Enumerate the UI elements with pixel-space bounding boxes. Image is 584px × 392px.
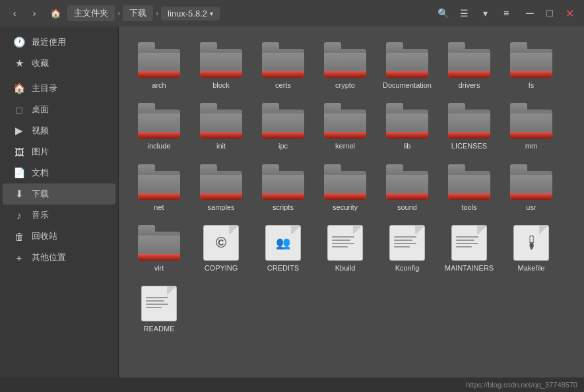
file-item[interactable]: usr xyxy=(502,159,561,217)
sidebar-label-home: 主目录 xyxy=(32,82,57,94)
breadcrumb-current[interactable]: linux-5.8.2 ▾ xyxy=(161,7,220,20)
maximize-button[interactable]: □ xyxy=(540,4,559,22)
file-item[interactable]: arch xyxy=(129,37,189,95)
sidebar-label-videos: 视频 xyxy=(32,125,49,137)
sidebar-label-trash: 回收站 xyxy=(32,230,57,242)
file-item[interactable]: certs xyxy=(253,37,313,95)
sidebar-item-documents[interactable]: 📄 文档 xyxy=(3,162,115,183)
file-item[interactable]: README xyxy=(129,280,189,339)
file-item[interactable]: 👥 CREDITS xyxy=(253,220,313,278)
file-name: sound xyxy=(397,203,417,212)
sidebar-label-recent: 最近使用 xyxy=(32,36,66,48)
file-item[interactable]: net xyxy=(129,159,189,217)
folder-icon xyxy=(262,42,304,78)
sidebar-item-pictures[interactable]: 🖼 图片 xyxy=(3,141,115,162)
breadcrumb-downloads[interactable]: 下载 xyxy=(123,5,153,21)
file-item[interactable]: virt xyxy=(129,220,189,278)
file-name: Documentation xyxy=(383,81,432,90)
file-item[interactable]: block xyxy=(191,37,251,95)
file-item[interactable]: scripts xyxy=(253,159,313,217)
file-item[interactable]: Kconfig xyxy=(377,220,437,278)
file-name: certs xyxy=(275,81,291,90)
file-item[interactable]: init xyxy=(191,98,251,156)
file-name: CREDITS xyxy=(267,263,299,273)
file-name: lib xyxy=(403,141,410,150)
desktop-icon: □ xyxy=(13,104,25,115)
home-button[interactable]: 🏠 xyxy=(46,4,65,22)
file-name: arch xyxy=(152,81,166,90)
folder-icon xyxy=(138,103,180,139)
document-icon: 📄 xyxy=(13,167,25,179)
folder-icon xyxy=(448,103,490,139)
download-icon: ⬇ xyxy=(13,188,25,200)
folder-icon xyxy=(200,42,242,78)
folder-icon xyxy=(200,103,242,139)
close-button[interactable]: ✕ xyxy=(560,4,579,22)
menu-button[interactable]: ≡ xyxy=(497,4,515,22)
sidebar-item-other[interactable]: + 其他位置 xyxy=(3,247,115,268)
sidebar-label-music: 音乐 xyxy=(32,209,49,221)
folder-icon xyxy=(324,164,366,200)
file-name: MAINTAINERS xyxy=(445,263,494,273)
nav-back-button[interactable]: ‹ xyxy=(5,4,24,22)
file-name: block xyxy=(212,81,230,90)
folder-icon xyxy=(510,42,552,78)
file-item[interactable]: tools xyxy=(439,159,499,217)
file-item[interactable]: fs xyxy=(502,37,561,95)
main-layout: 🕐 最近使用 ★ 收藏 🏠 主目录 □ 桌面 ▶ 视频 🖼 图片 xyxy=(0,26,584,377)
file-item[interactable]: © COPYING xyxy=(191,220,251,278)
file-name: security xyxy=(333,203,358,212)
sidebar-item-home[interactable]: 🏠 主目录 xyxy=(3,78,115,99)
video-icon: ▶ xyxy=(13,125,25,137)
file-item[interactable]: MAINTAINERS xyxy=(439,220,499,278)
file-name: Makefile xyxy=(518,263,545,273)
file-name: README xyxy=(143,324,174,333)
breadcrumb-home[interactable]: 主文件夹 xyxy=(67,5,115,21)
file-item[interactable]: drivers xyxy=(439,37,499,95)
file-name: LICENSES xyxy=(451,141,487,150)
sidebar-item-downloads[interactable]: ⬇ 下载 xyxy=(3,183,115,205)
sidebar-label-pictures: 图片 xyxy=(32,146,49,158)
file-name: crypto xyxy=(335,81,355,90)
home-icon: 🏠 xyxy=(13,82,25,94)
file-item[interactable]: LICENSES xyxy=(439,98,499,156)
file-item[interactable]: lib xyxy=(377,98,437,156)
file-name: init xyxy=(216,141,226,150)
folder-icon xyxy=(200,164,242,200)
view-options-button[interactable]: ▾ xyxy=(476,4,494,22)
file-item[interactable]: Kbuild xyxy=(315,220,375,278)
file-name: net xyxy=(154,203,164,212)
sidebar-item-music[interactable]: ♪ 音乐 xyxy=(3,205,115,226)
file-item[interactable]: sound xyxy=(377,159,437,217)
folder-icon xyxy=(448,42,490,78)
file-item[interactable]: samples xyxy=(191,159,251,217)
breadcrumb-separator-2: › xyxy=(156,9,158,18)
copy-file-icon: © xyxy=(203,225,239,261)
file-item[interactable]: 🖌 Makefile xyxy=(502,220,561,278)
view-list-button[interactable]: ☰ xyxy=(455,4,473,22)
sidebar-item-recent[interactable]: 🕐 最近使用 xyxy=(3,32,115,53)
file-browser-content: arch block certs crypto Documentation xyxy=(119,26,584,377)
file-name: samples xyxy=(208,203,235,212)
file-item[interactable]: include xyxy=(129,98,189,156)
search-button[interactable]: 🔍 xyxy=(434,4,452,22)
file-item[interactable]: ipc xyxy=(253,98,313,156)
sidebar-item-trash[interactable]: 🗑 回收站 xyxy=(3,226,115,247)
minimize-button[interactable]: ─ xyxy=(521,4,539,22)
folder-icon xyxy=(262,164,304,200)
text-file-icon xyxy=(327,225,363,261)
sidebar-item-videos[interactable]: ▶ 视频 xyxy=(3,120,115,141)
file-item[interactable]: security xyxy=(315,159,375,217)
file-item[interactable]: Documentation xyxy=(377,37,437,95)
file-item[interactable]: kernel xyxy=(315,98,375,156)
folder-icon xyxy=(324,42,366,78)
file-item[interactable]: mm xyxy=(502,98,561,156)
file-name: tools xyxy=(461,203,476,212)
file-item[interactable]: crypto xyxy=(315,37,375,95)
sidebar-item-desktop[interactable]: □ 桌面 xyxy=(3,99,115,120)
sidebar-item-starred[interactable]: ★ 收藏 xyxy=(3,53,115,74)
folder-icon xyxy=(448,164,490,200)
folder-icon xyxy=(262,103,304,139)
folder-icon xyxy=(386,42,428,78)
nav-forward-button[interactable]: › xyxy=(25,4,44,22)
